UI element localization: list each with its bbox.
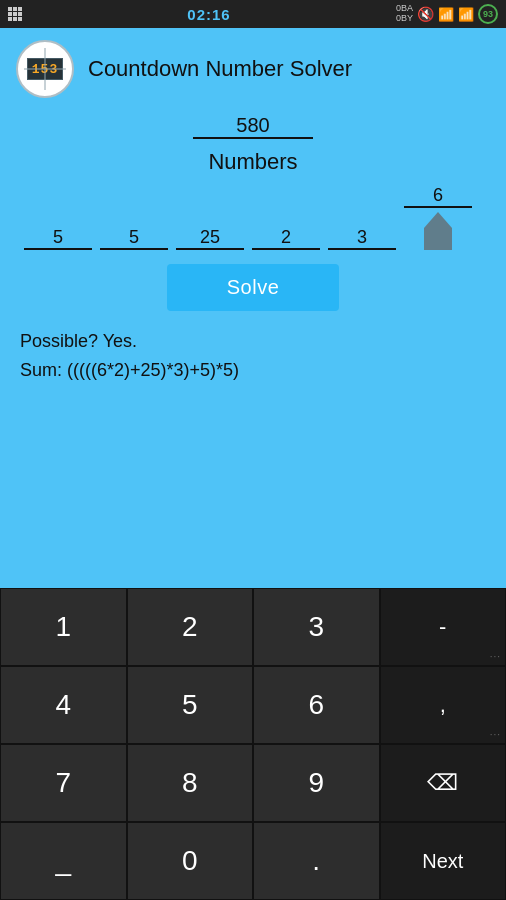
data-indicator: 0BA0BY (396, 4, 413, 24)
key-label: 0 (182, 845, 198, 877)
key-next[interactable]: Next (380, 822, 507, 900)
keyboard-row-3: _0.Next (0, 822, 506, 900)
key-3[interactable]: 3 (253, 588, 380, 666)
key-4[interactable]: 4 (0, 666, 127, 744)
numbers-row (16, 185, 490, 250)
number-field-3 (248, 227, 324, 250)
key-9[interactable]: 9 (253, 744, 380, 822)
key-6[interactable]: 6 (253, 666, 380, 744)
logo-cross-vertical (45, 48, 46, 90)
battery-indicator: 93 (478, 4, 498, 24)
key-1[interactable]: 1 (0, 588, 127, 666)
number-field-1 (96, 227, 172, 250)
number-input-1[interactable] (100, 227, 168, 250)
key-label: 3 (308, 611, 324, 643)
key-dots: ··· (490, 729, 501, 740)
numbers-label: Numbers (16, 149, 490, 175)
backspace-icon: ⌫ (427, 770, 458, 796)
grid-icon (8, 7, 22, 21)
key-label: 4 (55, 689, 71, 721)
number-input-5[interactable] (404, 185, 472, 208)
keyboard-row-1: 456,··· (0, 666, 506, 744)
keyboard-row-2: 789⌫ (0, 744, 506, 822)
wifi-icon: 📶 (438, 7, 454, 22)
key--[interactable]: . (253, 822, 380, 900)
app-title: Countdown Number Solver (88, 56, 352, 82)
signal-icon: 📶 (458, 7, 474, 22)
key--[interactable]: ,··· (380, 666, 507, 744)
key-label: 8 (182, 767, 198, 799)
key-0[interactable]: 0 (127, 822, 254, 900)
key-label: . (312, 845, 320, 877)
header: 153 Countdown Number Solver (16, 40, 490, 98)
result-line1: Possible? Yes. (20, 327, 486, 356)
result-line2: Sum: (((((6*2)+25)*3)+5)*5) (20, 356, 486, 385)
key-label: - (439, 614, 446, 640)
target-input[interactable] (193, 114, 313, 139)
app-logo: 153 (16, 40, 74, 98)
key-label: 1 (55, 611, 71, 643)
key-2[interactable]: 2 (127, 588, 254, 666)
number-input-2[interactable] (176, 227, 244, 250)
number-field-5 (400, 185, 476, 250)
key-label: _ (55, 845, 71, 877)
number-input-0[interactable] (24, 227, 92, 250)
active-indicator (424, 212, 452, 250)
number-field-4 (324, 227, 400, 250)
key-label: 2 (182, 611, 198, 643)
key-dots: ··· (490, 651, 501, 662)
key--[interactable]: ⌫ (380, 744, 507, 822)
key-label: 7 (55, 767, 71, 799)
mute-icon: 🔇 (417, 6, 434, 22)
number-input-4[interactable] (328, 227, 396, 250)
dropdown-box (424, 228, 452, 250)
status-bar-right: 0BA0BY 🔇 📶 📶 93 (396, 4, 498, 24)
key-label: 6 (308, 689, 324, 721)
app-area: 153 Countdown Number Solver Numbers Solv… (0, 28, 506, 588)
number-input-3[interactable] (252, 227, 320, 250)
key-label: 5 (182, 689, 198, 721)
key-8[interactable]: 8 (127, 744, 254, 822)
status-bar: 02:16 0BA0BY 🔇 📶 📶 93 (0, 0, 506, 28)
keyboard: 123-···456,···789⌫_0.Next (0, 588, 506, 900)
key-7[interactable]: 7 (0, 744, 127, 822)
solve-button-wrap: Solve (16, 264, 490, 311)
dropdown-arrow-icon (424, 212, 452, 228)
key-label: Next (422, 850, 463, 873)
key-label: 9 (308, 767, 324, 799)
solve-button[interactable]: Solve (167, 264, 340, 311)
result-area: Possible? Yes. Sum: (((((6*2)+25)*3)+5)*… (16, 327, 490, 385)
number-field-2 (172, 227, 248, 250)
target-section (16, 114, 490, 139)
key-5[interactable]: 5 (127, 666, 254, 744)
key--[interactable]: _ (0, 822, 127, 900)
key-label: , (440, 692, 446, 718)
status-bar-left (8, 7, 22, 21)
status-time: 02:16 (187, 6, 230, 23)
number-field-0 (20, 227, 96, 250)
keyboard-row-0: 123-··· (0, 588, 506, 666)
key--[interactable]: -··· (380, 588, 507, 666)
